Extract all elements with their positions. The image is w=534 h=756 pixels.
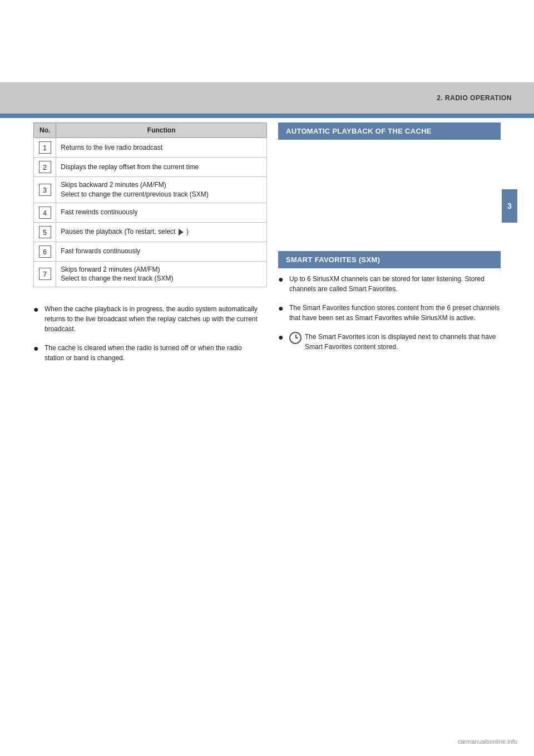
smart-favorites-title: SMART FAVORITES (SXM) [286, 256, 380, 264]
bullet-dot-2: ● [33, 343, 42, 363]
side-tab-label: 3 [507, 202, 512, 210]
number-box: 1 [39, 141, 51, 154]
header-bar: 2. RADIO OPERATION [0, 82, 534, 114]
bullet-text-right-2: The Smart Favorites function stores cont… [289, 303, 501, 323]
side-tab-number: 3 [502, 189, 517, 223]
auto-playback-title: AUTOMATIC PLAYBACK OF THE CACHE [286, 127, 432, 135]
number-box: 6 [39, 246, 51, 258]
number-box: 5 [39, 226, 51, 238]
col-header-no: No. [34, 123, 56, 138]
row-function-cell: Skips backward 2 minutes (AM/FM)Select t… [56, 177, 267, 203]
row-number-cell: 7 [34, 261, 56, 287]
row-function-cell: Fast rewinds continuously [56, 203, 267, 222]
number-box: 2 [39, 161, 51, 173]
row-function-cell: Fast forwards continuously [56, 242, 267, 261]
left-bullet-section: ● When the cache playback is in progress… [33, 304, 267, 363]
row-number-cell: 2 [34, 158, 56, 177]
row-number-cell: 5 [34, 222, 56, 242]
bullet-text-1: When the cache playback is in progress, … [44, 304, 261, 334]
clock-icon [289, 332, 301, 344]
number-box: 7 [39, 268, 51, 280]
row-number-cell: 4 [34, 203, 56, 222]
table-row: 2Displays the replay offset from the cur… [34, 158, 267, 177]
bullet-dot-right-3: ● [278, 332, 287, 352]
auto-playback-box: AUTOMATIC PLAYBACK OF THE CACHE [278, 122, 501, 140]
table-row: 6Fast forwards continuously [34, 242, 267, 261]
right-bullet-section: ● Up to 6 SiriusXM channels can be store… [278, 274, 501, 352]
play-icon [179, 229, 184, 235]
number-box: 3 [39, 184, 51, 196]
bullet-text-right-3: The Smart Favorites icon is displayed ne… [305, 332, 501, 352]
row-function-cell: Pauses the playback (To restart, select … [56, 222, 267, 242]
row-function-cell: Skips forward 2 minutes (AM/FM)Select to… [56, 261, 267, 287]
bullet-dot-right-1: ● [278, 274, 287, 294]
bullet-item-left-1: ● When the cache playback is in progress… [33, 304, 261, 334]
row-function-cell: Returns to the live radio broadcast [56, 138, 267, 158]
bullet-dot-1: ● [33, 304, 42, 334]
function-table: No. Function 1Returns to the live radio … [33, 122, 267, 287]
footer-url: carmanualsonline.info [458, 738, 517, 745]
col-header-function: Function [56, 123, 267, 138]
row-number-cell: 3 [34, 177, 56, 203]
table-row: 4Fast rewinds continuously [34, 203, 267, 222]
number-box: 4 [39, 207, 51, 219]
right-column: AUTOMATIC PLAYBACK OF THE CACHE 3 SMART … [278, 122, 501, 361]
table-row: 5Pauses the playback (To restart, select… [34, 222, 267, 242]
bullet-item-left-2: ● The cache is cleared when the radio is… [33, 343, 261, 363]
left-column: No. Function 1Returns to the live radio … [33, 122, 267, 372]
row-function-cell: Displays the replay offset from the curr… [56, 158, 267, 177]
section-label: 2. RADIO OPERATION [437, 94, 512, 102]
bullet-item-right-1: ● Up to 6 SiriusXM channels can be store… [278, 274, 501, 294]
blue-accent-bar [0, 114, 534, 118]
table-row: 7Skips forward 2 minutes (AM/FM)Select t… [34, 261, 267, 287]
table-row: 1Returns to the live radio broadcast [34, 138, 267, 158]
footer-url-text: carmanualsonline.info [458, 738, 517, 745]
table-row: 3Skips backward 2 minutes (AM/FM)Select … [34, 177, 267, 203]
bullet-text-2: The cache is cleared when the radio is t… [44, 343, 261, 363]
bullet-item-right-3: ● The Smart Favorites icon is displayed … [278, 332, 501, 352]
row-number-cell: 1 [34, 138, 56, 158]
row-number-cell: 6 [34, 242, 56, 261]
smart-favorites-box: SMART FAVORITES (SXM) [278, 251, 501, 268]
bullet-dot-right-2: ● [278, 303, 287, 323]
bullet-item-right-2: ● The Smart Favorites function stores co… [278, 303, 501, 323]
bullet-text-right-1: Up to 6 SiriusXM channels can be stored … [289, 274, 501, 294]
